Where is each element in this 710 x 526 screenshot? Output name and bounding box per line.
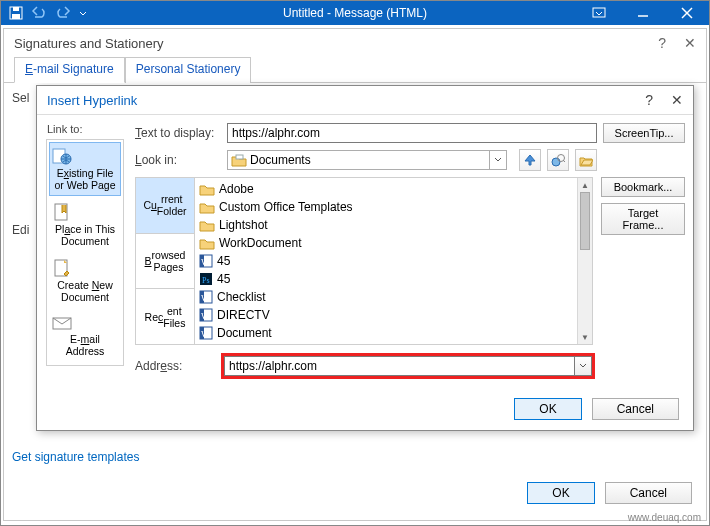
btab-current-folder[interactable]: CurrentFolder xyxy=(136,178,194,234)
tab-personal-stationery[interactable]: Personal Stationery xyxy=(125,57,252,83)
browse-file-button[interactable] xyxy=(575,149,597,171)
watermark: www.deuaq.com xyxy=(628,512,701,523)
file-name: Lightshot xyxy=(219,218,268,232)
ribbon-display-icon[interactable] xyxy=(577,1,621,25)
edit-label: Edi xyxy=(12,223,29,237)
hyperlink-cancel-button[interactable]: Cancel xyxy=(592,398,679,420)
svg-text:W: W xyxy=(201,293,210,303)
linkto-create-new[interactable]: Create New Document xyxy=(49,254,121,308)
envelope-icon xyxy=(52,315,118,331)
file-item[interactable]: WDIRECTV xyxy=(197,306,590,324)
new-document-icon xyxy=(52,259,118,277)
scroll-down-icon[interactable]: ▼ xyxy=(578,330,592,344)
file-item[interactable]: Ps45 xyxy=(197,270,590,288)
qat-dropdown-icon[interactable] xyxy=(79,6,87,20)
look-in-dropdown[interactable]: Documents xyxy=(227,150,507,170)
linkto-existing-label: Existing File or Web Page xyxy=(54,167,115,191)
file-item[interactable]: W45 xyxy=(197,252,590,270)
scroll-up-icon[interactable]: ▲ xyxy=(578,178,592,192)
svg-rect-12 xyxy=(236,155,243,159)
svg-rect-1 xyxy=(13,7,19,11)
word-icon: W xyxy=(199,290,213,304)
help-icon[interactable]: ? xyxy=(658,35,666,51)
linkto-existing-file[interactable]: Existing File or Web Page xyxy=(49,142,121,196)
file-item[interactable]: WChecklist xyxy=(197,288,590,306)
word-icon: W xyxy=(199,326,213,340)
btab-browsed-pages[interactable]: BrowsedPages xyxy=(136,234,194,290)
browse-tabs: CurrentFolder BrowsedPages RecentFiles xyxy=(135,177,195,345)
file-item[interactable]: Custom Office Templates xyxy=(197,198,590,216)
up-one-level-button[interactable] xyxy=(519,149,541,171)
signatures-ok-button[interactable]: OK xyxy=(527,482,594,504)
redo-icon[interactable] xyxy=(55,6,71,20)
link-to-label: Link to: xyxy=(45,123,82,135)
file-name: DIRECTV xyxy=(217,308,270,322)
target-frame-button[interactable]: Target Frame... xyxy=(601,203,685,235)
linkto-place-label: Place in This Document xyxy=(55,223,115,247)
hyperlink-ok-button[interactable]: OK xyxy=(514,398,581,420)
signatures-title: Signatures and Stationery xyxy=(14,36,164,51)
insert-hyperlink-title: Insert Hyperlink xyxy=(47,93,137,108)
main-titlebar: Untitled - Message (HTML) xyxy=(1,1,709,25)
tab-email-signature[interactable]: E-mail Signature xyxy=(14,57,125,83)
close-icon[interactable]: ✕ xyxy=(671,92,683,108)
save-icon[interactable] xyxy=(9,6,23,20)
get-templates-link[interactable]: Get signature templates xyxy=(12,450,139,464)
bookmark-button[interactable]: Bookmark... xyxy=(601,177,685,197)
file-name: Custom Office Templates xyxy=(219,200,353,214)
address-input[interactable] xyxy=(224,356,574,376)
folder-icon xyxy=(199,218,215,232)
text-to-display-label: Text to display: xyxy=(135,126,221,140)
file-name: 45 xyxy=(217,254,230,268)
svg-text:Ps: Ps xyxy=(202,276,210,285)
file-name: Adobe xyxy=(219,182,254,196)
scroll-thumb[interactable] xyxy=(580,192,590,250)
chevron-down-icon xyxy=(489,151,506,169)
word-icon: W xyxy=(199,308,213,322)
close-icon[interactable] xyxy=(665,1,709,25)
folder-icon xyxy=(199,236,215,250)
window-title: Untitled - Message (HTML) xyxy=(283,6,427,20)
link-to-panel: Existing File or Web Page Place in This … xyxy=(46,139,124,366)
svg-point-13 xyxy=(552,158,560,166)
undo-icon[interactable] xyxy=(31,6,47,20)
insert-hyperlink-dialog: Insert Hyperlink ? ✕ Link to: Existing F… xyxy=(36,85,694,431)
select-label: Sel xyxy=(12,91,29,105)
look-in-label: Look in: xyxy=(135,153,221,167)
folder-icon xyxy=(199,182,215,196)
svg-line-15 xyxy=(563,160,565,162)
svg-text:W: W xyxy=(201,311,210,321)
linkto-place-in-document[interactable]: Place in This Document xyxy=(49,198,121,252)
file-list[interactable]: AdobeCustom Office TemplatesLightshotWor… xyxy=(195,177,593,345)
document-bookmark-icon xyxy=(52,203,118,221)
file-item[interactable]: Adobe xyxy=(197,180,590,198)
file-name: Checklist xyxy=(217,290,266,304)
browse-web-button[interactable] xyxy=(547,149,569,171)
file-item[interactable]: Lightshot xyxy=(197,216,590,234)
ps-icon: Ps xyxy=(199,272,213,286)
address-label: Address: xyxy=(135,359,221,373)
scrollbar[interactable]: ▲ ▼ xyxy=(577,178,592,344)
file-name: 45 xyxy=(217,272,230,286)
signatures-cancel-button[interactable]: Cancel xyxy=(605,482,692,504)
file-item[interactable]: WDocument xyxy=(197,324,590,342)
minimize-icon[interactable] xyxy=(621,1,665,25)
screentip-button[interactable]: ScreenTip... xyxy=(603,123,685,143)
linkto-email-label: E-mail Address xyxy=(66,333,105,357)
help-icon[interactable]: ? xyxy=(645,92,653,108)
word-icon: W xyxy=(199,254,213,268)
svg-rect-2 xyxy=(12,14,20,19)
folder-documents-icon xyxy=(231,153,247,167)
file-item[interactable]: WorkDocument xyxy=(197,234,590,252)
linkto-create-label: Create New Document xyxy=(57,279,112,303)
linkto-email-address[interactable]: E-mail Address xyxy=(49,310,121,362)
svg-text:W: W xyxy=(201,329,210,339)
address-dropdown[interactable] xyxy=(574,356,592,376)
svg-text:W: W xyxy=(201,257,210,267)
btab-recent-files[interactable]: RecentFiles xyxy=(136,289,194,344)
globe-page-icon xyxy=(52,147,118,165)
file-name: Document xyxy=(217,326,272,340)
text-to-display-input[interactable] xyxy=(227,123,597,143)
close-icon[interactable]: ✕ xyxy=(684,35,696,51)
address-field-highlight xyxy=(221,353,595,379)
